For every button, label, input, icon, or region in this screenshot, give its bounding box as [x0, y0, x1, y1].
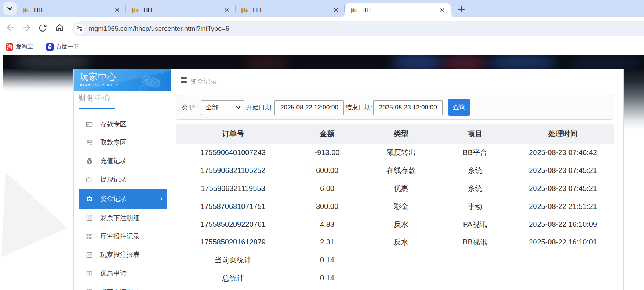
- table-row: 总统计0.14: [176, 269, 614, 287]
- sidebar: 玩家中心 PLAYERS CENTER 财务中心 存款专区 › 取款专区 › 充…: [74, 69, 171, 290]
- table-cell: 彩金: [364, 197, 438, 215]
- bookmark-baidu[interactable]: 百度一下: [46, 43, 79, 51]
- table-row: 1755870681071751300.00彩金手动2025-08-22 21:…: [176, 197, 614, 215]
- sidebar-menu-item[interactable]: 优惠申请 ›: [79, 264, 167, 282]
- forward-icon[interactable]: [22, 23, 31, 32]
- table-header-row: 订单号金额类型项目处理时间: [176, 124, 614, 144]
- background-fade-left: [3, 69, 73, 91]
- recharge-icon: [86, 157, 93, 164]
- sidebar-menu-item[interactable]: 存款专区 ›: [79, 115, 167, 133]
- table-cell: [438, 251, 512, 269]
- table-row: 17559063211195536.00优惠系统2025-08-23 07:45…: [176, 180, 614, 197]
- sidebar-menu-item[interactable]: 优惠申请记录 ›: [79, 283, 167, 290]
- table-cell: 系统: [438, 162, 512, 180]
- end-date-input[interactable]: 2025-08-23 12:00:00: [373, 100, 443, 115]
- player-report-icon: [86, 251, 93, 258]
- table-cell: 总统计: [176, 269, 290, 287]
- table-cell: [512, 251, 614, 269]
- table-cell: 300.00: [290, 197, 364, 215]
- sidebar-menu-item[interactable]: 厅室投注记录 ›: [79, 227, 167, 246]
- tab-title: HH: [143, 7, 223, 14]
- filter-bar: 类型: 全部 开始日期: 2025-08-22 12:00:00 结束日期: 2…: [176, 95, 613, 120]
- table-cell: 系统: [438, 180, 512, 197]
- home-icon[interactable]: [55, 23, 64, 32]
- table-row: 17558502016128792.31反水BB视讯2025-08-22 16:…: [176, 233, 614, 251]
- table-column-header: 订单号: [176, 124, 290, 144]
- tab-close-icon[interactable]: [223, 7, 230, 13]
- tab-close-icon[interactable]: [114, 7, 120, 13]
- new-tab-button[interactable]: [455, 3, 468, 16]
- funds-table: 订单号金额类型项目处理时间 1755906401007243-913.00额度转…: [176, 124, 614, 287]
- cashout-icon: [86, 176, 93, 183]
- table-cell: 600.00: [290, 162, 364, 180]
- table-cell: PA视讯: [438, 215, 512, 233]
- table-cell: 0.14: [290, 269, 364, 287]
- table-cell: 2025-08-23 07:45:21: [512, 180, 614, 197]
- bookmark-taobao[interactable]: 淘 爱淘宝: [6, 43, 33, 51]
- table-cell: 1755906321119553: [176, 180, 290, 197]
- table-cell: 4.83: [290, 215, 364, 233]
- table-cell: [438, 269, 512, 287]
- table-cell: 1755850209220761: [176, 215, 290, 233]
- table-cell: 1755906321105252: [176, 162, 290, 180]
- table-cell: 2.31: [290, 233, 364, 251]
- chevron-right-icon: ›: [160, 195, 163, 203]
- sidebar-menu-item[interactable]: 资金记录 ›: [79, 189, 167, 209]
- table-cell: 2025-08-22 21:51:21: [512, 197, 614, 215]
- table-cell: 优惠: [364, 180, 438, 197]
- sidebar-section-rule: [79, 108, 167, 109]
- table-cell: 0.14: [290, 251, 364, 269]
- deposit-icon: [86, 121, 93, 128]
- end-date-label: 结束日期:: [345, 103, 372, 112]
- table-cell: 1755870681071751: [176, 197, 290, 215]
- start-date-input[interactable]: 2025-08-22 12:00:00: [274, 100, 344, 115]
- table-cell: 在线存款: [364, 162, 438, 180]
- baidu-icon: [46, 43, 54, 51]
- table-body: 1755906401007243-913.00额度转出BB平台2025-08-2…: [176, 144, 614, 287]
- sidebar-menu-item[interactable]: 彩票下注明细 ›: [79, 209, 167, 227]
- table-cell: 额度转出: [364, 144, 438, 162]
- table-cell: [364, 251, 438, 269]
- main-content: 资金记录 类型: 全部 开始日期: 2025-08-22 12:00:00 结束…: [171, 69, 623, 290]
- table-cell: -913.00: [290, 144, 364, 162]
- browser-tab[interactable]: HH: [126, 3, 235, 17]
- tune-icon: [77, 26, 82, 32]
- page-viewport: 玩家中心 PLAYERS CENTER 财务中心 存款专区 › 取款专区 › 充…: [0, 55, 644, 290]
- user-center-panel: 玩家中心 PLAYERS CENTER 财务中心 存款专区 › 取款专区 › 充…: [73, 69, 624, 290]
- search-button[interactable]: 查询: [448, 99, 470, 116]
- tab-search-button[interactable]: [3, 2, 17, 15]
- type-select[interactable]: 全部: [201, 100, 244, 115]
- site-favicon: [132, 6, 139, 14]
- main-header: 资金记录: [171, 69, 623, 92]
- browser-tab[interactable]: HH: [345, 3, 451, 17]
- table-row: 1755906401007243-913.00额度转出BB平台2025-08-2…: [176, 144, 614, 162]
- tab-close-icon[interactable]: [333, 7, 339, 13]
- tab-close-icon[interactable]: [439, 7, 445, 13]
- url-bar[interactable]: mgm1065.com/hhcp/usercenter.html?iniType…: [72, 21, 644, 36]
- hall-bet-icon: [86, 233, 93, 240]
- browser-toolbar: mgm1065.com/hhcp/usercenter.html?iniType…: [0, 17, 644, 38]
- table-cell: 2025-08-22 16:10:01: [512, 233, 614, 251]
- browser-tab[interactable]: HH: [236, 3, 344, 17]
- bookmarks-bar: 淘 爱淘宝 百度一下: [0, 38, 644, 55]
- lottery-detail-icon: [86, 214, 93, 221]
- table-column-header: 类型: [364, 124, 438, 144]
- table-cell: 2025-08-23 07:45:21: [512, 162, 614, 180]
- type-label: 类型:: [182, 103, 196, 112]
- table-row: 1755906321105252600.00在线存款系统2025-08-23 0…: [176, 162, 614, 180]
- background-fade-right: [624, 69, 644, 129]
- page-title: 资金记录: [190, 77, 217, 86]
- sidebar-menu-item[interactable]: 提现记录 ›: [79, 170, 167, 189]
- plus-icon: [457, 5, 465, 13]
- site-info-chip[interactable]: [74, 24, 84, 34]
- sidebar-menu-item[interactable]: 充值记录 ›: [79, 152, 167, 170]
- table-cell: 2025-08-23 07:46:42: [512, 144, 614, 162]
- withdraw-icon: [86, 139, 93, 146]
- sidebar-menu-item[interactable]: 玩家投注报表 ›: [79, 246, 167, 264]
- reload-icon[interactable]: [38, 23, 47, 32]
- browser-tab[interactable]: HH: [17, 3, 125, 17]
- back-icon[interactable]: [6, 23, 15, 32]
- sidebar-menu-item[interactable]: 取款专区 ›: [79, 133, 167, 152]
- menu-toggle-icon[interactable]: [181, 77, 187, 83]
- site-favicon: [22, 6, 30, 14]
